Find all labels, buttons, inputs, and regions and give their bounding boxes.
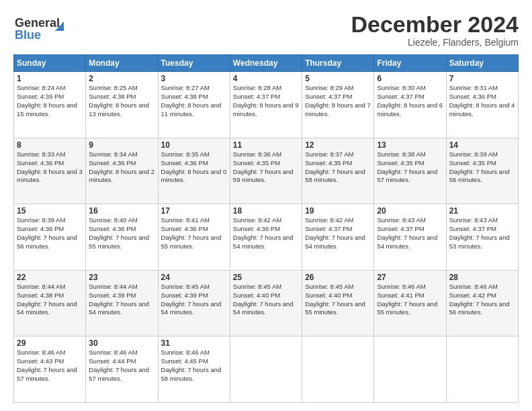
- table-row: 29 Sunrise: 8:46 AM Sunset: 4:43 PM Dayl…: [14, 336, 86, 403]
- sunset-text: Sunset: 4:40 PM: [305, 291, 352, 299]
- day-info: Sunrise: 8:44 AM Sunset: 4:39 PM Dayligh…: [89, 283, 154, 317]
- col-friday: Friday: [374, 55, 446, 72]
- daylight-text: Daylight: 8 hours and 2 minutes.: [89, 168, 154, 184]
- daylight-text: Daylight: 8 hours and 11 minutes.: [161, 101, 222, 118]
- daylight-text: Daylight: 7 hours and 57 minutes.: [89, 366, 149, 382]
- daylight-text: Daylight: 8 hours and 9 minutes.: [233, 101, 299, 118]
- daylight-text: Daylight: 7 hours and 58 minutes.: [305, 168, 365, 184]
- sunrise-text: Sunrise: 8:43 AM: [449, 216, 498, 224]
- sunrise-text: Sunrise: 8:46 AM: [17, 349, 65, 356]
- month-title: December 2024: [351, 12, 519, 37]
- day-number: 20: [377, 206, 443, 216]
- daylight-text: Daylight: 7 hours and 54 minutes.: [233, 300, 294, 316]
- subtitle: Liezele, Flanders, Belgium: [351, 37, 519, 48]
- day-number: 2: [89, 74, 154, 83]
- sunset-text: Sunset: 4:35 PM: [449, 159, 496, 167]
- header: General Blue December 2024 Liezele, Flan…: [13, 12, 519, 48]
- daylight-text: Daylight: 8 hours and 6 minutes.: [377, 101, 443, 118]
- daylight-text: Daylight: 7 hours and 57 minutes.: [377, 168, 437, 184]
- daylight-text: Daylight: 8 hours and 15 minutes.: [17, 101, 77, 118]
- day-number: 19: [305, 206, 371, 216]
- day-number: 7: [449, 74, 515, 83]
- table-row: 28 Sunrise: 8:46 AM Sunset: 4:42 PM Dayl…: [446, 270, 518, 336]
- sunset-text: Sunset: 4:39 PM: [17, 93, 64, 100]
- day-number: 31: [161, 338, 227, 348]
- day-number: 3: [161, 74, 227, 83]
- daylight-text: Daylight: 7 hours and 54 minutes.: [305, 234, 365, 250]
- sunset-text: Sunset: 4:36 PM: [17, 159, 64, 167]
- sunrise-text: Sunrise: 8:35 AM: [161, 150, 210, 158]
- day-number: 10: [161, 140, 227, 150]
- day-info: Sunrise: 8:33 AM Sunset: 4:36 PM Dayligh…: [17, 150, 83, 185]
- sunrise-text: Sunrise: 8:24 AM: [17, 84, 65, 91]
- daylight-text: Daylight: 7 hours and 54 minutes.: [161, 300, 222, 316]
- calendar-week-row: 1 Sunrise: 8:24 AM Sunset: 4:39 PM Dayli…: [14, 72, 519, 138]
- daylight-text: Daylight: 8 hours and 13 minutes.: [89, 101, 149, 118]
- day-number: 28: [449, 273, 515, 282]
- table-row: 19 Sunrise: 8:42 AM Sunset: 4:37 PM Dayl…: [302, 204, 374, 271]
- day-info: Sunrise: 8:44 AM Sunset: 4:38 PM Dayligh…: [17, 283, 83, 317]
- sunrise-text: Sunrise: 8:37 AM: [305, 150, 353, 158]
- sunset-text: Sunset: 4:44 PM: [89, 357, 136, 365]
- col-wednesday: Wednesday: [230, 55, 302, 72]
- day-info: Sunrise: 8:38 AM Sunset: 4:35 PM Dayligh…: [377, 150, 443, 185]
- table-row: [446, 336, 518, 403]
- sunrise-text: Sunrise: 8:46 AM: [449, 283, 498, 290]
- daylight-text: Daylight: 7 hours and 56 minutes.: [449, 300, 510, 316]
- col-saturday: Saturday: [446, 55, 518, 72]
- day-info: Sunrise: 8:27 AM Sunset: 4:38 PM Dayligh…: [161, 84, 227, 118]
- daylight-text: Daylight: 7 hours and 58 minutes.: [161, 366, 222, 382]
- table-row: 22 Sunrise: 8:44 AM Sunset: 4:38 PM Dayl…: [14, 270, 86, 336]
- daylight-text: Daylight: 8 hours and 7 minutes.: [305, 101, 371, 118]
- day-number: 22: [17, 273, 83, 282]
- day-info: Sunrise: 8:28 AM Sunset: 4:37 PM Dayligh…: [233, 84, 299, 118]
- calendar-week-row: 29 Sunrise: 8:46 AM Sunset: 4:43 PM Dayl…: [14, 336, 519, 403]
- sunset-text: Sunset: 4:42 PM: [449, 291, 496, 299]
- day-info: Sunrise: 8:46 AM Sunset: 4:42 PM Dayligh…: [449, 283, 515, 317]
- day-number: 23: [89, 273, 154, 282]
- table-row: [374, 336, 446, 403]
- table-row: 5 Sunrise: 8:29 AM Sunset: 4:37 PM Dayli…: [302, 72, 374, 138]
- table-row: 1 Sunrise: 8:24 AM Sunset: 4:39 PM Dayli…: [14, 72, 86, 138]
- day-info: Sunrise: 8:46 AM Sunset: 4:41 PM Dayligh…: [377, 283, 443, 317]
- table-row: 18 Sunrise: 8:42 AM Sunset: 4:36 PM Dayl…: [230, 204, 302, 271]
- daylight-text: Daylight: 7 hours and 55 minutes.: [305, 300, 365, 316]
- day-info: Sunrise: 8:46 AM Sunset: 4:43 PM Dayligh…: [17, 349, 83, 383]
- daylight-text: Daylight: 7 hours and 56 minutes.: [17, 234, 77, 250]
- sunset-text: Sunset: 4:36 PM: [89, 159, 136, 167]
- daylight-text: Daylight: 8 hours and 3 minutes.: [17, 168, 83, 184]
- calendar-week-row: 22 Sunrise: 8:44 AM Sunset: 4:38 PM Dayl…: [14, 270, 519, 336]
- sunrise-text: Sunrise: 8:29 AM: [305, 84, 353, 91]
- sunrise-text: Sunrise: 8:40 AM: [89, 216, 137, 224]
- sunset-text: Sunset: 4:41 PM: [377, 291, 424, 299]
- day-number: 24: [161, 273, 227, 282]
- table-row: 16 Sunrise: 8:40 AM Sunset: 4:36 PM Dayl…: [86, 204, 158, 271]
- sunset-text: Sunset: 4:35 PM: [305, 159, 352, 167]
- daylight-text: Daylight: 7 hours and 55 minutes.: [89, 234, 149, 250]
- sunset-text: Sunset: 4:36 PM: [233, 225, 280, 232]
- sunrise-text: Sunrise: 8:39 AM: [17, 216, 65, 224]
- table-row: 4 Sunrise: 8:28 AM Sunset: 4:37 PM Dayli…: [230, 72, 302, 138]
- title-block: December 2024 Liezele, Flanders, Belgium: [351, 12, 519, 48]
- sunset-text: Sunset: 4:37 PM: [377, 93, 424, 100]
- sunset-text: Sunset: 4:38 PM: [89, 93, 136, 100]
- sunset-text: Sunset: 4:36 PM: [89, 225, 136, 232]
- sunrise-text: Sunrise: 8:43 AM: [377, 216, 425, 224]
- sunrise-text: Sunrise: 8:31 AM: [449, 84, 498, 91]
- sunset-text: Sunset: 4:38 PM: [17, 291, 64, 299]
- sunset-text: Sunset: 4:39 PM: [89, 291, 136, 299]
- day-number: 17: [161, 206, 227, 216]
- daylight-text: Daylight: 7 hours and 59 minutes.: [233, 168, 294, 184]
- day-number: 26: [305, 273, 371, 282]
- day-info: Sunrise: 8:46 AM Sunset: 4:45 PM Dayligh…: [161, 349, 227, 383]
- sunrise-text: Sunrise: 8:33 AM: [17, 150, 65, 158]
- table-row: 24 Sunrise: 8:45 AM Sunset: 4:39 PM Dayl…: [158, 270, 230, 336]
- day-number: 30: [89, 338, 154, 348]
- table-row: 12 Sunrise: 8:37 AM Sunset: 4:35 PM Dayl…: [302, 138, 374, 204]
- day-number: 9: [89, 140, 154, 150]
- day-info: Sunrise: 8:43 AM Sunset: 4:37 PM Dayligh…: [377, 216, 443, 250]
- table-row: 25 Sunrise: 8:45 AM Sunset: 4:40 PM Dayl…: [230, 270, 302, 336]
- sunset-text: Sunset: 4:37 PM: [233, 93, 280, 100]
- day-number: 27: [377, 273, 443, 282]
- day-info: Sunrise: 8:46 AM Sunset: 4:44 PM Dayligh…: [89, 349, 154, 383]
